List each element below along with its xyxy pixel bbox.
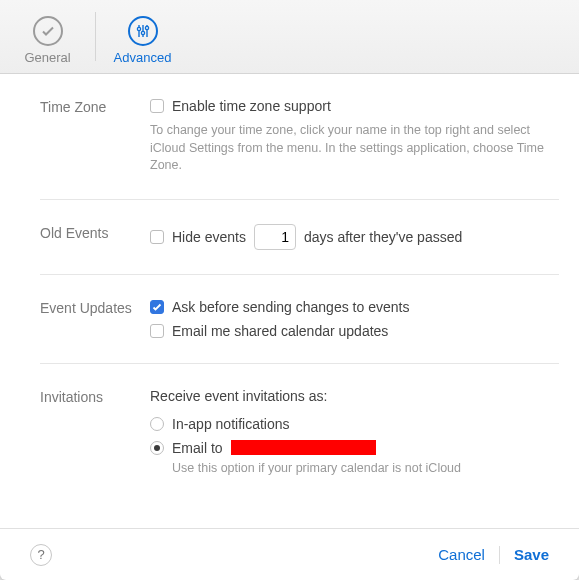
section-event-updates: Event Updates Ask before sending changes… [40, 275, 559, 364]
tab-advanced-label: Advanced [114, 50, 172, 65]
section-invitations-label: Invitations [40, 388, 150, 478]
hide-events-days-input[interactable] [254, 224, 296, 250]
redacted-email [231, 440, 376, 455]
section-timezone-label: Time Zone [40, 98, 150, 175]
ask-before-sending-label: Ask before sending changes to events [172, 299, 409, 315]
content-area: Time Zone Enable time zone support To ch… [0, 74, 579, 528]
timezone-help-text: To change your time zone, click your nam… [150, 122, 559, 175]
section-old-events: Old Events Hide events days after they'v… [40, 200, 559, 275]
save-button[interactable]: Save [504, 542, 559, 567]
section-event-updates-label: Event Updates [40, 299, 150, 339]
section-invitations: Invitations Receive event invitations as… [40, 364, 559, 502]
section-old-events-label: Old Events [40, 224, 150, 250]
tab-general[interactable]: General [0, 0, 95, 73]
help-icon: ? [37, 547, 44, 562]
footer: ? Cancel Save [0, 528, 579, 580]
checkbox-enable-timezone-label: Enable time zone support [172, 98, 331, 114]
checkmark-icon [33, 16, 63, 46]
radio-email-to-prefix: Email to [172, 440, 223, 456]
hide-events-suffix: days after they've passed [304, 229, 462, 245]
tab-bar: General Advanced [0, 0, 579, 74]
email-shared-updates-label: Email me shared calendar updates [172, 323, 388, 339]
invitations-help-text: Use this option if your primary calendar… [172, 460, 559, 478]
radio-email-to[interactable] [150, 441, 164, 455]
hide-events-prefix: Hide events [172, 229, 246, 245]
cancel-button[interactable]: Cancel [428, 542, 495, 567]
tab-general-label: General [24, 50, 70, 65]
help-button[interactable]: ? [30, 544, 52, 566]
radio-inapp-notifications[interactable] [150, 417, 164, 431]
sliders-icon [128, 16, 158, 46]
invitations-heading: Receive event invitations as: [150, 388, 327, 404]
svg-point-1 [137, 27, 140, 30]
preferences-sheet: General Advanced Time Zone [0, 0, 579, 580]
checkbox-enable-timezone[interactable] [150, 99, 164, 113]
svg-point-3 [141, 31, 144, 34]
svg-point-5 [145, 26, 148, 29]
section-timezone: Time Zone Enable time zone support To ch… [40, 74, 559, 200]
tab-advanced[interactable]: Advanced [95, 0, 190, 73]
checkbox-email-shared-updates[interactable] [150, 324, 164, 338]
checkbox-hide-events[interactable] [150, 230, 164, 244]
checkbox-ask-before-sending[interactable] [150, 300, 164, 314]
button-separator [499, 546, 500, 564]
radio-inapp-label: In-app notifications [172, 416, 290, 432]
